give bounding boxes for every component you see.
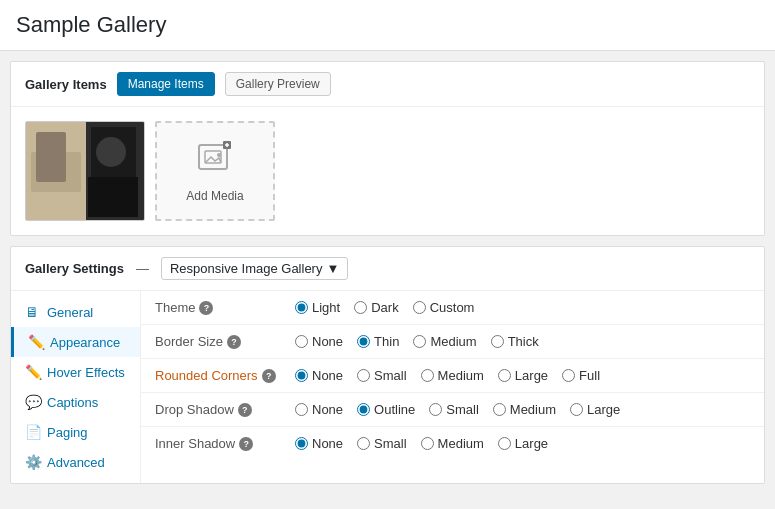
advanced-icon: ⚙️: [25, 454, 39, 470]
help-icon-theme[interactable]: ?: [199, 301, 213, 315]
radio-option-drop-shadow-small[interactable]: Small: [429, 402, 479, 417]
radio-option-inner-shadow-medium[interactable]: Medium: [421, 436, 484, 451]
radio-option-rounded-corners-medium[interactable]: Medium: [421, 368, 484, 383]
sidebar-item-advanced[interactable]: ⚙️ Advanced: [11, 447, 140, 477]
radio-input-border-size-thick[interactable]: [491, 335, 504, 348]
captions-icon: 💬: [25, 394, 39, 410]
radio-label-drop-shadow-large: Large: [587, 402, 620, 417]
hover-effects-icon: ✏️: [25, 364, 39, 380]
sidebar-item-paging[interactable]: 📄 Paging: [11, 417, 140, 447]
general-icon: 🖥: [25, 304, 39, 320]
settings-row-inner-shadow: Inner Shadow?NoneSmallMediumLarge: [141, 427, 764, 460]
radio-label-inner-shadow-small: Small: [374, 436, 407, 451]
radio-option-border-size-none[interactable]: None: [295, 334, 343, 349]
radio-option-border-size-thick[interactable]: Thick: [491, 334, 539, 349]
settings-row-border-size: Border Size?NoneThinMediumThick: [141, 325, 764, 359]
radio-option-inner-shadow-none[interactable]: None: [295, 436, 343, 451]
radio-input-border-size-none[interactable]: [295, 335, 308, 348]
radio-option-rounded-corners-small[interactable]: Small: [357, 368, 407, 383]
dash-separator: —: [136, 261, 149, 276]
row-label-border-size: Border Size?: [155, 334, 295, 349]
sidebar-item-hover-effects[interactable]: ✏️ Hover Effects: [11, 357, 140, 387]
manage-items-tab[interactable]: Manage Items: [117, 72, 215, 96]
radio-label-drop-shadow-outline: Outline: [374, 402, 415, 417]
paging-icon: 📄: [25, 424, 39, 440]
radio-label-inner-shadow-medium: Medium: [438, 436, 484, 451]
radio-input-inner-shadow-large[interactable]: [498, 437, 511, 450]
sidebar-item-appearance[interactable]: ✏️ Appearance: [11, 327, 140, 357]
radio-option-theme-custom[interactable]: Custom: [413, 300, 475, 315]
radio-label-border-size-thin: Thin: [374, 334, 399, 349]
radio-input-drop-shadow-outline[interactable]: [357, 403, 370, 416]
radio-input-inner-shadow-none[interactable]: [295, 437, 308, 450]
plugin-name: Responsive Image Gallery: [170, 261, 322, 276]
page-title: Sample Gallery: [16, 12, 759, 38]
radio-option-rounded-corners-none[interactable]: None: [295, 368, 343, 383]
row-label-theme: Theme?: [155, 300, 295, 315]
radio-input-border-size-thin[interactable]: [357, 335, 370, 348]
gallery-preview-tab[interactable]: Gallery Preview: [225, 72, 331, 96]
gallery-thumbnail-1[interactable]: [25, 121, 145, 221]
radio-input-drop-shadow-large[interactable]: [570, 403, 583, 416]
row-label-inner-shadow: Inner Shadow?: [155, 436, 295, 451]
radio-label-theme-light: Light: [312, 300, 340, 315]
radio-input-inner-shadow-small[interactable]: [357, 437, 370, 450]
help-icon-border-size[interactable]: ?: [227, 335, 241, 349]
radio-input-theme-custom[interactable]: [413, 301, 426, 314]
radio-option-border-size-medium[interactable]: Medium: [413, 334, 476, 349]
radio-option-drop-shadow-large[interactable]: Large: [570, 402, 620, 417]
radio-label-rounded-corners-medium: Medium: [438, 368, 484, 383]
nav-general-label: General: [47, 305, 93, 320]
radio-option-drop-shadow-none[interactable]: None: [295, 402, 343, 417]
radio-group-theme: LightDarkCustom: [295, 300, 474, 315]
radio-option-inner-shadow-small[interactable]: Small: [357, 436, 407, 451]
gallery-settings-section: Gallery Settings — Responsive Image Gall…: [10, 246, 765, 484]
radio-input-drop-shadow-none[interactable]: [295, 403, 308, 416]
svg-rect-8: [199, 145, 227, 169]
radio-option-rounded-corners-large[interactable]: Large: [498, 368, 548, 383]
radio-label-theme-custom: Custom: [430, 300, 475, 315]
radio-input-border-size-medium[interactable]: [413, 335, 426, 348]
radio-input-drop-shadow-small[interactable]: [429, 403, 442, 416]
radio-input-theme-dark[interactable]: [354, 301, 367, 314]
gallery-items-area: Add Media: [11, 107, 764, 235]
gallery-settings-label: Gallery Settings: [25, 261, 124, 276]
radio-label-rounded-corners-large: Large: [515, 368, 548, 383]
radio-group-border-size: NoneThinMediumThick: [295, 334, 539, 349]
radio-option-theme-dark[interactable]: Dark: [354, 300, 398, 315]
radio-option-rounded-corners-full[interactable]: Full: [562, 368, 600, 383]
radio-option-theme-light[interactable]: Light: [295, 300, 340, 315]
help-icon-rounded-corners[interactable]: ?: [262, 369, 276, 383]
nav-hover-label: Hover Effects: [47, 365, 125, 380]
radio-input-rounded-corners-small[interactable]: [357, 369, 370, 382]
radio-option-drop-shadow-outline[interactable]: Outline: [357, 402, 415, 417]
sidebar-item-general[interactable]: 🖥 General: [11, 297, 140, 327]
radio-label-drop-shadow-medium: Medium: [510, 402, 556, 417]
settings-row-drop-shadow: Drop Shadow?NoneOutlineSmallMediumLarge: [141, 393, 764, 427]
radio-input-rounded-corners-full[interactable]: [562, 369, 575, 382]
radio-input-rounded-corners-none[interactable]: [295, 369, 308, 382]
radio-group-drop-shadow: NoneOutlineSmallMediumLarge: [295, 402, 620, 417]
svg-point-10: [217, 153, 221, 157]
row-label-rounded-corners: Rounded Corners?: [155, 368, 295, 383]
help-icon-drop-shadow[interactable]: ?: [238, 403, 252, 417]
radio-option-inner-shadow-large[interactable]: Large: [498, 436, 548, 451]
radio-input-rounded-corners-medium[interactable]: [421, 369, 434, 382]
add-media-label: Add Media: [186, 189, 243, 203]
radio-input-theme-light[interactable]: [295, 301, 308, 314]
radio-label-drop-shadow-none: None: [312, 402, 343, 417]
radio-label-drop-shadow-small: Small: [446, 402, 479, 417]
radio-option-border-size-thin[interactable]: Thin: [357, 334, 399, 349]
radio-input-rounded-corners-large[interactable]: [498, 369, 511, 382]
settings-body: 🖥 General ✏️ Appearance ✏️ Hover Effects…: [11, 291, 764, 483]
row-label-drop-shadow: Drop Shadow?: [155, 402, 295, 417]
plugin-selector[interactable]: Responsive Image Gallery ▼: [161, 257, 348, 280]
sidebar-item-captions[interactable]: 💬 Captions: [11, 387, 140, 417]
add-media-button[interactable]: Add Media: [155, 121, 275, 221]
radio-option-drop-shadow-medium[interactable]: Medium: [493, 402, 556, 417]
svg-point-6: [96, 137, 126, 167]
radio-input-drop-shadow-medium[interactable]: [493, 403, 506, 416]
help-icon-inner-shadow[interactable]: ?: [239, 437, 253, 451]
radio-input-inner-shadow-medium[interactable]: [421, 437, 434, 450]
svg-rect-7: [88, 177, 138, 217]
